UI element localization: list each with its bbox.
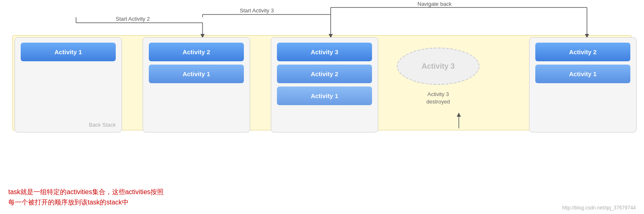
svg-text:Start Activity 2: Start Activity 2 xyxy=(116,16,150,22)
activity-2-col5-btn: Activity 2 xyxy=(535,43,630,61)
activity-2-col3-btn: Activity 2 xyxy=(277,65,372,83)
bottom-text-line2: 每一个被打开的顺序放到该task的stack中 xyxy=(8,199,129,206)
activity-1-col5-btn: Activity 1 xyxy=(535,65,630,83)
column-4: Activity 3 Activity 3destroyed xyxy=(397,48,479,106)
bottom-text-line1: task就是一组特定的activities集合，这些activities按照 xyxy=(8,188,164,195)
svg-text:Start Activity 3: Start Activity 3 xyxy=(240,7,274,14)
activity-3-top-btn: Activity 3 xyxy=(277,43,372,61)
stack-box-5: Activity 2 Activity 1 xyxy=(529,37,637,132)
stack-box-3: Activity 3 Activity 2 Activity 1 xyxy=(271,37,378,132)
activity-1-col3-btn: Activity 1 xyxy=(277,87,372,105)
cloud-activity-label: Activity 3 xyxy=(422,62,455,71)
column-1: Activity 1 Back Stack xyxy=(14,37,122,132)
cloud-bubble: Activity 3 xyxy=(397,48,479,85)
column-5: Activity 2 Activity 1 xyxy=(529,37,637,132)
destroyed-label: Activity 3destroyed xyxy=(426,91,450,106)
watermark: http://blog.csdn.net/qq_37679744 xyxy=(562,205,636,211)
column-3: Activity 3 Activity 2 Activity 1 xyxy=(271,37,378,132)
activity-2-top-btn: Activity 2 xyxy=(149,43,244,61)
svg-text:Navigate back: Navigate back xyxy=(417,1,452,7)
activity-1-col2-btn: Activity 1 xyxy=(149,65,244,83)
stack-box-2: Activity 2 Activity 1 xyxy=(143,37,250,132)
bottom-text: task就是一组特定的activities集合，这些activities按照 每… xyxy=(8,187,164,208)
column-2: Activity 2 Activity 1 xyxy=(143,37,250,132)
back-stack-label-1: Back Stack xyxy=(89,122,116,128)
stack-box-1: Activity 1 Back Stack xyxy=(14,37,122,132)
activity-1-btn: Activity 1 xyxy=(21,43,116,61)
